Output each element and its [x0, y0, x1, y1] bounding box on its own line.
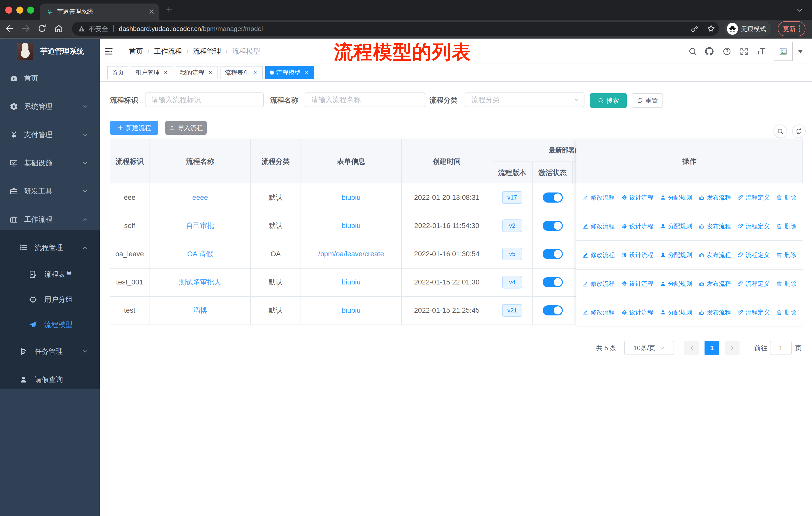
tag-close-icon[interactable]: ×: [163, 70, 169, 76]
sidebar-item-task-manage[interactable]: 任务管理: [0, 337, 100, 365]
help-icon[interactable]: [722, 47, 731, 56]
breadcrumb-item[interactable]: 流程管理: [193, 47, 221, 56]
action-流程定义[interactable]: 流程定义: [737, 193, 770, 201]
forward-button[interactable]: [21, 24, 31, 33]
action-分配规则[interactable]: 分配规则: [660, 193, 692, 201]
action-流程定义[interactable]: 流程定义: [737, 308, 770, 317]
active-toggle[interactable]: [543, 221, 563, 231]
sidebar-item-bpm-model[interactable]: 流程模型: [0, 312, 100, 337]
form-link[interactable]: biubiu: [342, 306, 361, 315]
model-name-link[interactable]: OA 请假: [187, 249, 213, 259]
breadcrumb-item[interactable]: 首页: [129, 47, 143, 56]
sidebar-item-system[interactable]: 系统管理: [0, 92, 100, 121]
action-流程定义[interactable]: 流程定义: [737, 251, 770, 259]
sidebar-item-bpm-manage[interactable]: 流程管理: [0, 234, 100, 262]
avatar[interactable]: [774, 42, 793, 61]
browser-menu-dots-icon[interactable]: [799, 25, 800, 32]
pagination-page-input[interactable]: 1: [770, 341, 792, 355]
reset-button[interactable]: 重置: [632, 93, 663, 108]
model-name-link[interactable]: 自己审批: [186, 221, 214, 230]
sidebar-item-devtool[interactable]: 研发工具: [0, 177, 100, 205]
tag-close-icon[interactable]: ×: [303, 70, 310, 76]
form-link[interactable]: biubiu: [342, 222, 361, 230]
filter-id-input[interactable]: 请输入流程标识: [145, 92, 264, 107]
filter-category-select[interactable]: 流程分类: [465, 92, 584, 107]
action-修改流程[interactable]: 修改流程: [582, 222, 615, 230]
header-search-icon[interactable]: [688, 47, 697, 56]
font-size-icon[interactable]: [756, 47, 766, 56]
action-分配规则[interactable]: 分配规则: [660, 280, 692, 288]
action-发布流程[interactable]: 发布流程: [699, 280, 731, 288]
action-分配规则[interactable]: 分配规则: [660, 308, 692, 317]
action-发布流程[interactable]: 发布流程: [699, 193, 731, 201]
next-page-button[interactable]: [725, 341, 740, 355]
action-发布流程[interactable]: 发布流程: [699, 222, 731, 230]
page-tag-流程表单[interactable]: 流程表单×: [221, 66, 263, 79]
breadcrumb-item[interactable]: 工作流程: [154, 47, 182, 56]
model-name-link[interactable]: 测试多审批人: [179, 277, 221, 287]
action-修改流程[interactable]: 修改流程: [582, 193, 615, 201]
action-分配规则[interactable]: 分配规则: [660, 251, 692, 259]
sidebar-item-payment[interactable]: 支付管理: [0, 121, 100, 149]
page-tag-我的流程[interactable]: 我的流程×: [176, 66, 218, 79]
key-icon[interactable]: [690, 25, 699, 33]
browser-tab[interactable]: 芋道管理系统: [40, 3, 159, 20]
github-icon[interactable]: [705, 47, 714, 56]
filter-name-input[interactable]: 请输入流程名称: [305, 92, 425, 107]
refresh-table-button[interactable]: [792, 125, 806, 138]
back-button[interactable]: [5, 24, 14, 33]
new-tab-button[interactable]: [165, 6, 173, 13]
address-bar[interactable]: 不安全 dashboard.yudao.iocoder.cn/bpm/manag…: [72, 22, 719, 36]
action-修改流程[interactable]: 修改流程: [582, 251, 615, 259]
action-删除[interactable]: 删除: [776, 222, 796, 230]
form-link[interactable]: biubiu: [342, 193, 361, 201]
form-link[interactable]: biubiu: [342, 278, 361, 286]
prev-page-button[interactable]: [685, 341, 699, 355]
page-tag-租户管理[interactable]: 租户管理×: [131, 66, 173, 79]
sidebar-item-home[interactable]: 首页: [0, 64, 100, 92]
active-toggle[interactable]: [543, 277, 563, 287]
page-tag-首页[interactable]: 首页: [107, 66, 128, 79]
form-link[interactable]: /bpm/oa/leave/create: [318, 250, 384, 258]
avatar-caret-icon[interactable]: [798, 50, 803, 55]
sidebar-item-leave-query[interactable]: 请假查询: [0, 365, 100, 394]
action-发布流程[interactable]: 发布流程: [699, 308, 731, 317]
model-name-link[interactable]: eeee: [192, 193, 208, 201]
sidebar-item-workflow[interactable]: 工作流程: [0, 205, 100, 234]
action-修改流程[interactable]: 修改流程: [582, 308, 615, 317]
action-发布流程[interactable]: 发布流程: [699, 251, 731, 259]
active-toggle[interactable]: [543, 249, 563, 259]
bookmark-star-icon[interactable]: [707, 24, 715, 33]
page-tag-流程模型[interactable]: 流程模型×: [265, 66, 314, 79]
fullscreen-icon[interactable]: [740, 47, 749, 56]
reload-button[interactable]: [37, 24, 47, 33]
active-toggle[interactable]: [543, 192, 563, 202]
action-删除[interactable]: 删除: [776, 280, 796, 288]
action-修改流程[interactable]: 修改流程: [582, 280, 615, 288]
action-流程定义[interactable]: 流程定义: [737, 222, 770, 230]
tab-close-icon[interactable]: [148, 8, 155, 15]
update-button[interactable]: 更新: [778, 21, 806, 36]
action-删除[interactable]: 删除: [776, 251, 796, 259]
action-删除[interactable]: 删除: [776, 308, 796, 317]
import-model-button[interactable]: 导入流程: [165, 121, 207, 135]
active-toggle[interactable]: [543, 305, 563, 316]
show-search-toggle-button[interactable]: [774, 125, 787, 138]
home-button[interactable]: [54, 24, 63, 33]
traffic-zoom-button[interactable]: [27, 6, 34, 13]
model-name-link[interactable]: 滔博: [193, 306, 207, 315]
sidebar-item-bpm-form[interactable]: 流程表单: [0, 262, 100, 287]
tab-search-chevron-icon[interactable]: [796, 7, 803, 13]
tag-close-icon[interactable]: ×: [252, 70, 258, 76]
tag-close-icon[interactable]: ×: [207, 70, 213, 76]
action-分配规则[interactable]: 分配规则: [660, 222, 692, 230]
sidebar-item-user-group[interactable]: 用户分组: [0, 287, 100, 312]
page-size-select[interactable]: 10条/页: [624, 341, 674, 355]
traffic-close-button[interactable]: [5, 6, 12, 13]
action-设计流程[interactable]: 设计流程: [621, 280, 654, 288]
create-model-button[interactable]: 新建流程: [110, 121, 158, 135]
search-button[interactable]: 搜索: [590, 93, 627, 108]
sidebar-collapse-button[interactable]: [104, 47, 113, 56]
traffic-minimize-button[interactable]: [17, 6, 23, 13]
action-设计流程[interactable]: 设计流程: [621, 308, 654, 317]
